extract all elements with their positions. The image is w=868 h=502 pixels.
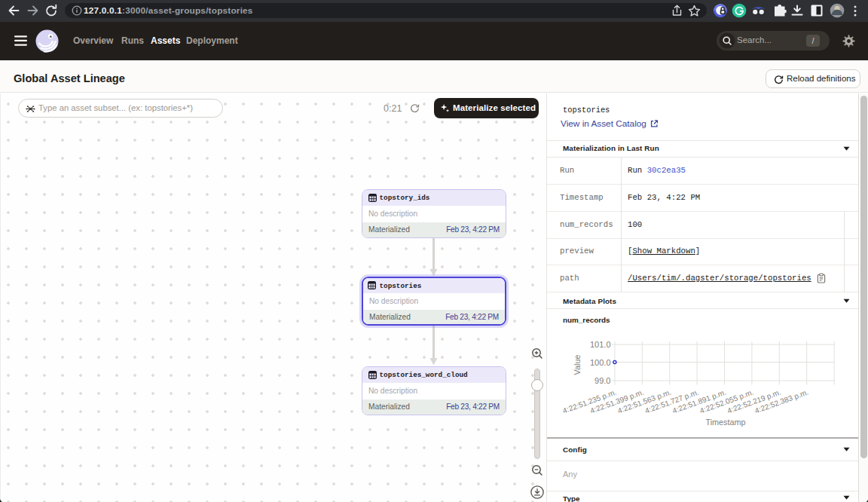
svg-text:100.0: 100.0 [590, 358, 611, 367]
svg-text:99.0: 99.0 [594, 376, 610, 385]
svg-text:101.0: 101.0 [590, 340, 611, 349]
svg-text:Value: Value [573, 355, 582, 375]
svg-text:Timestamp: Timestamp [706, 418, 746, 427]
